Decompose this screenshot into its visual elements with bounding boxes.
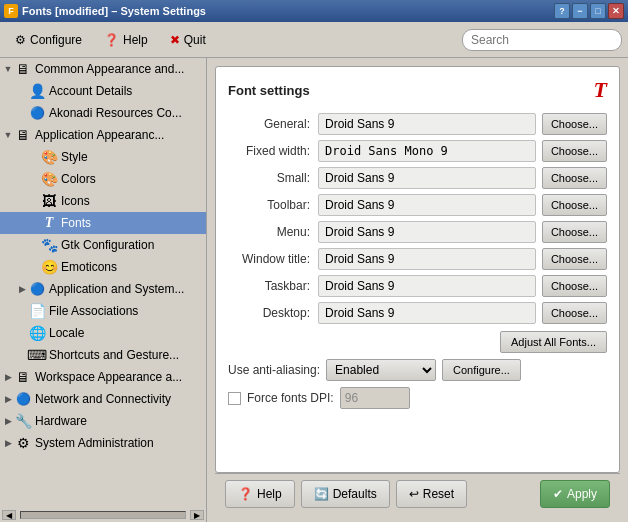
locale-icon: 🌐 — [28, 324, 46, 342]
scroll-track[interactable] — [20, 511, 186, 519]
desktop-choose-button[interactable]: Choose... — [542, 302, 607, 324]
font-row-small: Small: Droid Sans 9 Choose... — [228, 167, 607, 189]
sidebar-item-icons[interactable]: 🖼 Icons — [0, 190, 206, 212]
search-box[interactable] — [462, 29, 622, 51]
menu-choose-button[interactable]: Choose... — [542, 221, 607, 243]
general-value: Droid Sans 9 — [318, 113, 536, 135]
network-icon: 🔵 — [14, 390, 32, 408]
sidebar-item-workspace[interactable]: ▶ 🖥 Workspace Appearance a... — [0, 366, 206, 388]
maximize-button[interactable]: □ — [590, 3, 606, 19]
quit-button[interactable]: ✖ Quit — [161, 29, 215, 51]
scroll-right-arrow[interactable]: ▶ — [190, 510, 204, 520]
fixed-label: Fixed width: — [228, 144, 318, 158]
menu-label: Menu: — [228, 225, 318, 239]
general-choose-button[interactable]: Choose... — [542, 113, 607, 135]
window-title-choose-button[interactable]: Choose... — [542, 248, 607, 270]
scroll-left-arrow[interactable]: ◀ — [2, 510, 16, 520]
minimize-button[interactable]: − — [572, 3, 588, 19]
sidebar-item-file-associations[interactable]: 📄 File Associations — [0, 300, 206, 322]
toolbar-choose-button[interactable]: Choose... — [542, 194, 607, 216]
sidebar-item-network[interactable]: ▶ 🔵 Network and Connectivity — [0, 388, 206, 410]
akonadi-icon: 🔵 — [28, 104, 46, 122]
antialiasing-label: Use anti-aliasing: — [228, 363, 320, 377]
sidebar: ▼ 🖥 Common Appearance and... 👤 Account D… — [0, 58, 207, 522]
sidebar-scrollbar: ◀ ▶ — [0, 508, 206, 522]
colors-icon: 🎨 — [40, 170, 58, 188]
help-toolbar-button[interactable]: ❓ Help — [95, 29, 157, 51]
search-input[interactable] — [471, 33, 613, 47]
sidebar-item-style[interactable]: 🎨 Style — [0, 146, 206, 168]
sidebar-content: ▼ 🖥 Common Appearance and... 👤 Account D… — [0, 58, 206, 508]
dpi-spinbox[interactable] — [340, 387, 410, 409]
titlebar: F Fonts [modified] – System Settings ? −… — [0, 0, 628, 22]
antialiasing-configure-button[interactable]: Configure... — [442, 359, 521, 381]
sidebar-item-common-appearance[interactable]: ▼ 🖥 Common Appearance and... — [0, 58, 206, 80]
close-button[interactable]: ✕ — [608, 3, 624, 19]
antialiasing-select[interactable]: Enabled Disabled System default — [326, 359, 436, 381]
shortcuts-icon: ⌨ — [28, 346, 46, 364]
configure-icon: ⚙ — [15, 33, 26, 47]
expand-icon — [28, 239, 40, 251]
style-icon: 🎨 — [40, 148, 58, 166]
icons-icon: 🖼 — [40, 192, 58, 210]
sidebar-item-app-appearance[interactable]: ▼ 🖥 Application Appearanc... — [0, 124, 206, 146]
expand-icon — [28, 217, 40, 229]
sidebar-item-emoticons[interactable]: 😊 Emoticons — [0, 256, 206, 278]
small-choose-button[interactable]: Choose... — [542, 167, 607, 189]
expand-icon: ▶ — [2, 393, 14, 405]
defaults-button[interactable]: 🔄 Defaults — [301, 480, 390, 508]
sidebar-item-fonts[interactable]: T Fonts — [0, 212, 206, 234]
toolbar: ⚙ Configure ❓ Help ✖ Quit — [0, 22, 628, 58]
force-dpi-row: Force fonts DPI: — [228, 387, 607, 409]
font-row-fixed: Fixed width: Droid Sans Mono 9 Choose... — [228, 140, 607, 162]
titlebar-left: F Fonts [modified] – System Settings — [4, 4, 206, 18]
main-layout: ▼ 🖥 Common Appearance and... 👤 Account D… — [0, 58, 628, 522]
fixed-choose-button[interactable]: Choose... — [542, 140, 607, 162]
help-titlebar-button[interactable]: ? — [554, 3, 570, 19]
expand-icon: ▶ — [16, 283, 28, 295]
sidebar-item-gtk[interactable]: 🐾 Gtk Configuration — [0, 234, 206, 256]
bottom-left-buttons: ❓ Help 🔄 Defaults ↩ Reset — [225, 480, 467, 508]
workspace-icon: 🖥 — [14, 368, 32, 386]
sidebar-item-shortcuts[interactable]: ⌨ Shortcuts and Gesture... — [0, 344, 206, 366]
quit-icon: ✖ — [170, 33, 180, 47]
titlebar-buttons[interactable]: ? − □ ✕ — [554, 3, 624, 19]
configure-button[interactable]: ⚙ Configure — [6, 29, 91, 51]
reset-button[interactable]: ↩ Reset — [396, 480, 467, 508]
font-row-desktop: Desktop: Droid Sans 9 Choose... — [228, 302, 607, 324]
sidebar-item-akonadi[interactable]: 🔵 Akonadi Resources Co... — [0, 102, 206, 124]
card-title: Font settings — [228, 83, 310, 98]
help-icon: ❓ — [104, 33, 119, 47]
common-appearance-icon: 🖥 — [14, 60, 32, 78]
sidebar-item-locale[interactable]: 🌐 Locale — [0, 322, 206, 344]
expand-icon — [16, 85, 28, 97]
sidebar-item-account-details[interactable]: 👤 Account Details — [0, 80, 206, 102]
app-appearance-icon: 🖥 — [14, 126, 32, 144]
expand-icon — [16, 327, 28, 339]
expand-icon — [16, 107, 28, 119]
taskbar-value: Droid Sans 9 — [318, 275, 536, 297]
adjust-all-button[interactable]: Adjust All Fonts... — [500, 331, 607, 353]
reset-icon: ↩ — [409, 487, 419, 501]
force-dpi-label: Force fonts DPI: — [247, 391, 334, 405]
font-row-window-title: Window title: Droid Sans 9 Choose... — [228, 248, 607, 270]
small-value: Droid Sans 9 — [318, 167, 536, 189]
font-settings-icon: T — [594, 77, 607, 103]
sidebar-item-hardware[interactable]: ▶ 🔧 Hardware — [0, 410, 206, 432]
window-title: Fonts [modified] – System Settings — [22, 5, 206, 17]
apply-button[interactable]: ✔ Apply — [540, 480, 610, 508]
sidebar-item-system-admin[interactable]: ▶ ⚙ System Administration — [0, 432, 206, 454]
general-label: General: — [228, 117, 318, 131]
font-row-general: General: Droid Sans 9 Choose... — [228, 113, 607, 135]
app-system-icon: 🔵 — [28, 280, 46, 298]
sidebar-item-colors[interactable]: 🎨 Colors — [0, 168, 206, 190]
force-dpi-checkbox[interactable] — [228, 392, 241, 405]
toolbar-value: Droid Sans 9 — [318, 194, 536, 216]
emoticons-icon: 😊 — [40, 258, 58, 276]
file-assoc-icon: 📄 — [28, 302, 46, 320]
help-bottom-button[interactable]: ❓ Help — [225, 480, 295, 508]
sidebar-item-app-system[interactable]: ▶ 🔵 Application and System... — [0, 278, 206, 300]
account-icon: 👤 — [28, 82, 46, 100]
taskbar-choose-button[interactable]: Choose... — [542, 275, 607, 297]
hardware-icon: 🔧 — [14, 412, 32, 430]
